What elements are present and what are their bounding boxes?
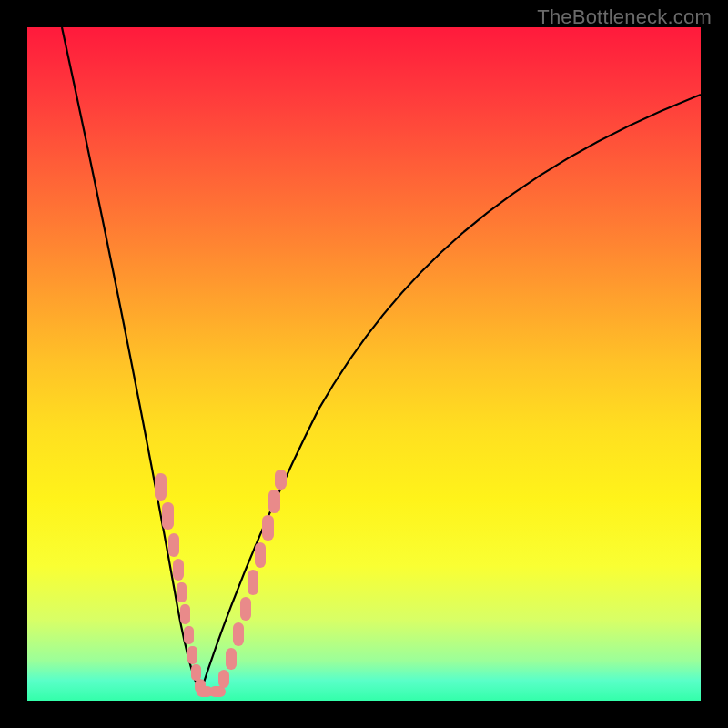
svg-rect-12 (218, 670, 229, 688)
chart-curve (27, 27, 701, 701)
svg-rect-16 (248, 570, 258, 595)
svg-rect-17 (255, 542, 266, 568)
svg-rect-14 (233, 622, 244, 646)
svg-rect-18 (262, 515, 274, 541)
highlight-band (155, 470, 287, 697)
svg-rect-20 (275, 470, 287, 490)
svg-rect-4 (177, 582, 187, 602)
svg-rect-2 (168, 533, 179, 557)
svg-rect-13 (226, 648, 237, 670)
svg-rect-0 (155, 473, 167, 500)
svg-rect-8 (191, 664, 201, 681)
svg-rect-3 (173, 559, 184, 581)
svg-rect-15 (240, 597, 251, 621)
svg-rect-1 (162, 502, 174, 530)
chart-frame: TheBottleneck.com (0, 0, 728, 728)
curve-right-branch (200, 95, 701, 693)
svg-rect-7 (187, 646, 197, 664)
svg-rect-19 (268, 490, 280, 513)
svg-rect-6 (184, 626, 194, 644)
svg-rect-5 (180, 604, 190, 624)
watermark-text: TheBottleneck.com (537, 5, 712, 29)
